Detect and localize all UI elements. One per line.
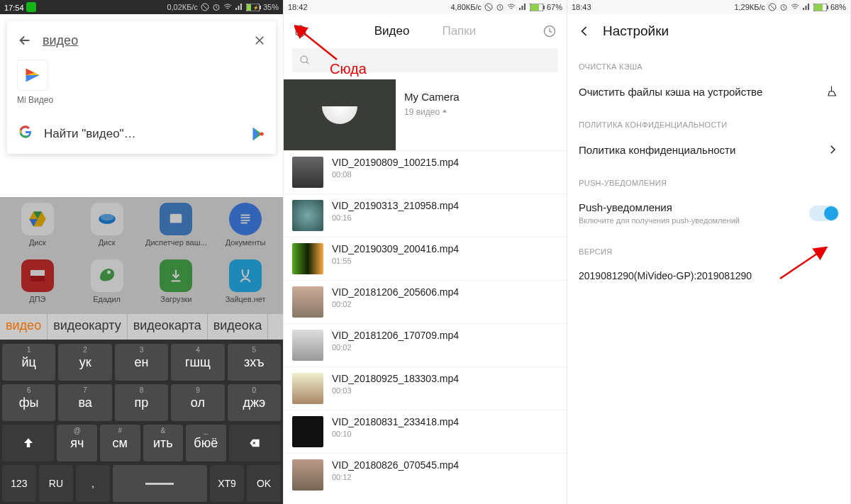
app-result[interactable]: Mi Видео [17, 60, 266, 105]
clear-cache-row[interactable]: Очистить файлы кэша на устройстве [567, 77, 850, 106]
shift-key[interactable] [2, 425, 54, 461]
svg-point-8 [100, 214, 113, 220]
battery-indicator: 67% [530, 3, 562, 11]
svg-line-14 [486, 5, 491, 9]
alarm-icon [779, 3, 788, 11]
video-item[interactable]: VID_20180826_070545.mp400:12 [284, 454, 567, 496]
phone-2-video-library: 18:42 4,80КБ/с 67% Видео Папки My Camera… [284, 0, 567, 504]
svg-rect-18 [543, 6, 545, 9]
search-query[interactable]: видео [43, 33, 243, 48]
key[interactable]: 8пр [115, 384, 168, 421]
svg-line-24 [770, 5, 774, 9]
dnd-icon [201, 3, 209, 11]
folder-title: My Camera [404, 91, 460, 103]
space-key[interactable] [113, 465, 207, 502]
suggestion-bar: видео видеокарту видеокарта видеока [0, 314, 283, 340]
alarm-icon [212, 3, 221, 11]
keyboard: 1йц 2ук 3ен 4гшщ 5зхъ 6фы 7ва 8пр 9ол 0д… [0, 340, 283, 504]
ok-key[interactable]: OK [247, 465, 281, 502]
suggestion[interactable]: видеокарту [48, 314, 127, 340]
google-play-search[interactable]: Найти "видео"… [17, 115, 266, 154]
video-item[interactable]: VID_20180925_183303.mp400:03 [284, 367, 567, 410]
svg-rect-4 [247, 4, 251, 11]
video-item[interactable]: VID_20190309_200416.mp401:55 [284, 237, 567, 281]
app-result-label: Mi Видео [17, 95, 53, 105]
back-chevron-icon[interactable] [577, 24, 591, 38]
svg-line-22 [301, 31, 337, 60]
svg-rect-28 [827, 6, 828, 9]
running-app-badge [26, 2, 36, 12]
folder-thumbnail [284, 79, 396, 150]
key[interactable]: _бюё [186, 425, 226, 461]
push-toggle[interactable] [809, 206, 839, 221]
svg-line-1 [203, 5, 207, 9]
app-edadil[interactable]: Едадил [72, 259, 142, 312]
chevron-right-icon [826, 143, 839, 156]
signal-icon [518, 3, 527, 11]
suggestion[interactable]: видеока [208, 314, 268, 340]
privacy-policy-row[interactable]: Политика конфиденциальности [567, 135, 850, 164]
app-documents[interactable]: Документы [211, 203, 280, 255]
phone-1-search: 17:54 0,02КБ/с ⚡ 35% видео Mi [0, 0, 284, 504]
numbers-key[interactable]: 123 [2, 465, 36, 502]
video-item[interactable]: VID_20181206_205606.mp400:02 [284, 281, 567, 324]
key[interactable]: 2ук [58, 344, 111, 381]
annotation-arrow-2 [773, 247, 837, 282]
key[interactable]: 5зхъ [228, 344, 281, 381]
folder-row[interactable]: My Camera 19 видео [284, 79, 567, 151]
tab-folders[interactable]: Папки [442, 24, 476, 38]
app-disk-2[interactable]: Диск [72, 203, 142, 255]
app-dpe[interactable]: ДПЭ [3, 259, 72, 312]
comma-key[interactable]: , [76, 465, 110, 502]
key[interactable]: &ить [143, 425, 184, 461]
svg-point-12 [107, 271, 111, 274]
key[interactable]: #см [100, 425, 140, 461]
key[interactable]: 7ва [58, 384, 111, 421]
history-icon[interactable] [543, 24, 557, 38]
suggestion[interactable]: видеокарта [128, 314, 208, 340]
play-store-icon [250, 126, 266, 142]
back-arrow-icon[interactable] [17, 33, 33, 48]
key[interactable]: 6фы [2, 384, 55, 421]
app-dispatcher[interactable]: Диспетчер ваш... [142, 203, 211, 255]
status-bar: 18:42 4,80КБ/с 67% [284, 0, 567, 14]
app-zaycev[interactable]: Зайцев.нет [211, 259, 280, 312]
video-item[interactable]: VID_20190313_210958.mp400:16 [284, 194, 567, 237]
annotation-arrow-1 [294, 24, 351, 67]
dnd-icon [484, 3, 493, 11]
annotation-text: Сюда [330, 61, 367, 77]
key[interactable]: 9ол [171, 384, 224, 421]
video-item[interactable]: VID_20180831_233418.mp400:10 [284, 410, 567, 454]
settings-header: Настройки [567, 14, 850, 48]
dnd-icon [768, 3, 777, 11]
app-disk[interactable]: Диск [3, 203, 72, 255]
battery-indicator: ⚡ 35% [246, 3, 279, 11]
clear-icon[interactable] [253, 34, 266, 47]
video-item[interactable]: VID_20190809_100215.mp400:08 [284, 151, 567, 194]
push-notifications-row[interactable]: Push-уведомления Включите для получения … [567, 193, 850, 233]
key[interactable]: @яч [57, 425, 97, 461]
broom-icon [826, 85, 839, 98]
google-logo-icon [17, 123, 34, 144]
svg-rect-11 [30, 276, 45, 281]
key[interactable]: 4гшщ [171, 344, 224, 381]
tab-videos[interactable]: Видео [374, 24, 410, 38]
section-push: PUSH-УВЕДОМЛЕНИЯ [567, 164, 850, 193]
battery-indicator: 68% [813, 3, 846, 11]
xt9-key[interactable]: XT9 [210, 465, 244, 502]
suggestion[interactable]: видео [0, 314, 48, 340]
wifi-icon [507, 3, 516, 11]
video-list: VID_20190809_100215.mp400:08 VID_2019031… [284, 151, 567, 496]
app-downloads[interactable]: Загрузки [142, 259, 211, 312]
video-item[interactable]: VID_20181206_170709.mp400:02 [284, 324, 567, 367]
lang-key[interactable]: RU [39, 465, 73, 502]
key[interactable]: 0джэ [228, 384, 281, 421]
section-cache: ОЧИСТКА КЭША [567, 48, 850, 77]
svg-line-29 [780, 252, 819, 279]
key[interactable]: 3ен [115, 344, 168, 381]
mi-video-icon [17, 60, 48, 91]
backspace-key[interactable] [229, 425, 281, 461]
key[interactable]: 1йц [2, 344, 55, 381]
svg-rect-9 [170, 214, 182, 223]
google-play-search-label: Найти "видео"… [44, 127, 240, 141]
